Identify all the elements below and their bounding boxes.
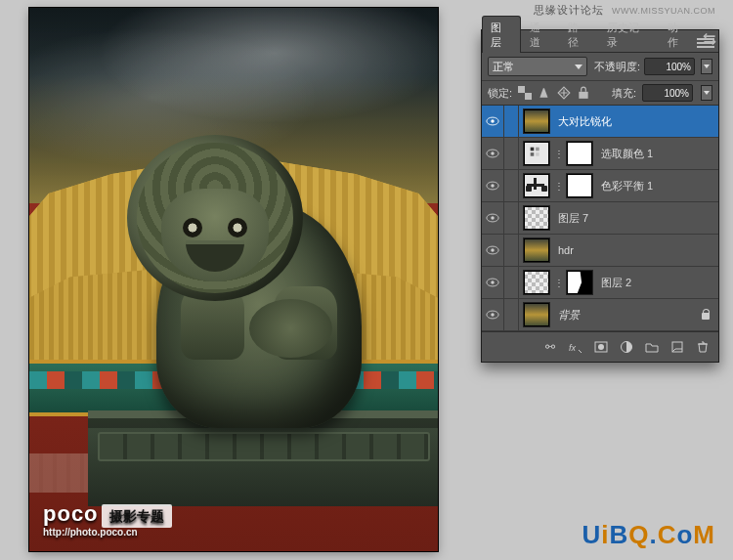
layer-row[interactable]: hdr	[482, 235, 718, 267]
layer-row[interactable]: 大对比锐化	[482, 106, 718, 138]
svg-rect-8	[531, 148, 535, 151]
poco-tag: 摄影专题	[102, 504, 172, 528]
lion-head	[127, 135, 303, 301]
lion-eye-left	[183, 218, 202, 237]
layer-lock-slot	[504, 267, 519, 298]
forum-name: 思缘设计论坛	[534, 4, 604, 16]
blend-mode-select[interactable]: 正常	[488, 57, 587, 76]
layer-name[interactable]: 大对比锐化	[558, 114, 612, 129]
adjustment-thumbnail[interactable]	[523, 173, 550, 198]
lock-label: 锁定:	[488, 86, 512, 101]
mask-link-icon[interactable]: ⋮	[554, 149, 562, 159]
svg-point-17	[491, 248, 495, 252]
tab-actions[interactable]: 动作	[659, 16, 698, 53]
brand-char: o	[676, 520, 693, 549]
brand-char: .	[649, 520, 657, 549]
layer-name[interactable]: 图层 7	[558, 211, 588, 226]
layer-mask-thumbnail[interactable]	[566, 173, 593, 198]
site-brand: UiBQ.CoM	[582, 520, 715, 550]
svg-point-21	[491, 313, 495, 317]
opacity-value-field[interactable]: 100%	[644, 58, 695, 75]
layer-name[interactable]: 色彩平衡 1	[601, 179, 653, 194]
tab-channels[interactable]: 通道	[521, 16, 560, 53]
lock-icon	[701, 309, 711, 321]
lock-pixels-icon[interactable]	[538, 86, 551, 100]
lion-statue	[117, 125, 410, 506]
visibility-toggle[interactable]	[482, 106, 504, 137]
layer-thumbnail[interactable]	[523, 270, 550, 295]
brand-char: U	[582, 520, 601, 549]
visibility-toggle[interactable]	[482, 267, 504, 298]
layer-style-button[interactable]: fx	[566, 339, 585, 355]
new-group-button[interactable]	[642, 339, 662, 355]
visibility-toggle[interactable]	[482, 202, 504, 234]
layer-name[interactable]: 图层 2	[601, 276, 631, 290]
panel-collapse-button[interactable]	[703, 32, 716, 46]
layer-row[interactable]: ⋮ 选取颜色 1	[482, 138, 718, 170]
layers-panel: 图层 通道 路径 历史记录 动作 正常 不透明度: 100% 锁定: 填充: 1…	[481, 29, 719, 363]
brand-char: Q	[628, 520, 649, 549]
layer-lock-slot	[504, 106, 519, 137]
brand-char: B	[609, 520, 628, 549]
svg-text:fx: fx	[569, 343, 577, 353]
svg-point-19	[491, 280, 495, 284]
layer-thumbnail[interactable]	[523, 108, 550, 134]
layer-name[interactable]: hdr	[558, 244, 574, 256]
chevron-down-icon	[575, 65, 582, 69]
link-layers-button[interactable]: ⚯	[540, 339, 560, 355]
lion-cub	[249, 299, 332, 358]
layers-list: 大对比锐化 ⋮ 选取颜色 1 ⋮ 色彩平衡 1	[482, 106, 718, 331]
new-adjustment-button[interactable]	[617, 339, 636, 355]
poco-logo-text: poco	[43, 501, 99, 526]
lock-all-icon[interactable]	[577, 86, 590, 100]
blend-mode-value: 正常	[493, 60, 514, 74]
layer-lock-slot	[504, 138, 519, 169]
fill-value-field[interactable]: 100%	[642, 84, 693, 102]
opacity-flyout-button[interactable]	[701, 59, 712, 74]
add-mask-button[interactable]	[591, 339, 611, 355]
layer-lock-slot	[504, 235, 519, 266]
layer-lock-slot	[504, 299, 519, 330]
layer-row[interactable]: 图层 7	[482, 202, 718, 235]
lion-face	[161, 189, 269, 281]
layer-mask-thumbnail[interactable]	[566, 141, 593, 166]
mask-link-icon[interactable]: ⋮	[554, 278, 562, 288]
visibility-toggle[interactable]	[482, 299, 504, 330]
blend-opacity-row: 正常 不透明度: 100%	[482, 53, 718, 81]
tab-history[interactable]: 历史记录	[598, 16, 658, 53]
lock-transparency-icon[interactable]	[518, 86, 532, 100]
new-layer-button[interactable]	[668, 339, 687, 355]
document-canvas[interactable]: poco 摄影专题 http://photo.poco.cn	[29, 8, 438, 551]
layer-thumbnail[interactable]	[523, 302, 550, 327]
layer-lock-slot	[504, 170, 519, 201]
visibility-toggle[interactable]	[482, 170, 504, 201]
svg-point-13	[491, 184, 495, 188]
tab-layers[interactable]: 图层	[482, 16, 521, 53]
layer-name[interactable]: 选取颜色 1	[601, 147, 653, 161]
layer-row[interactable]: ⋮ 色彩平衡 1	[482, 170, 718, 202]
lion-eye-right	[228, 218, 247, 237]
delete-layer-button[interactable]	[693, 339, 712, 355]
visibility-toggle[interactable]	[482, 235, 504, 266]
adjustment-thumbnail[interactable]	[523, 141, 550, 166]
lion-mouth	[186, 240, 244, 272]
visibility-toggle[interactable]	[482, 138, 504, 169]
layer-thumbnail[interactable]	[523, 237, 550, 263]
layer-row[interactable]: ⋮ 图层 2	[482, 267, 718, 299]
layer-row[interactable]: 背景	[482, 299, 718, 331]
fill-label: 填充:	[612, 86, 636, 101]
opacity-label: 不透明度:	[594, 60, 640, 74]
fill-flyout-button[interactable]	[701, 85, 712, 101]
mask-link-icon[interactable]: ⋮	[554, 181, 562, 192]
svg-rect-9	[536, 148, 539, 151]
tab-paths[interactable]: 路径	[559, 16, 598, 53]
svg-rect-1	[518, 86, 525, 93]
lock-position-icon[interactable]	[557, 86, 571, 100]
layer-thumbnail[interactable]	[523, 205, 550, 231]
layer-name[interactable]: 背景	[558, 308, 580, 323]
panel-tabs: 图层 通道 路径 历史记录 动作	[482, 30, 718, 53]
layer-mask-thumbnail[interactable]	[566, 270, 593, 295]
svg-rect-3	[579, 92, 587, 99]
svg-point-7	[491, 151, 495, 155]
svg-point-24	[598, 344, 604, 350]
